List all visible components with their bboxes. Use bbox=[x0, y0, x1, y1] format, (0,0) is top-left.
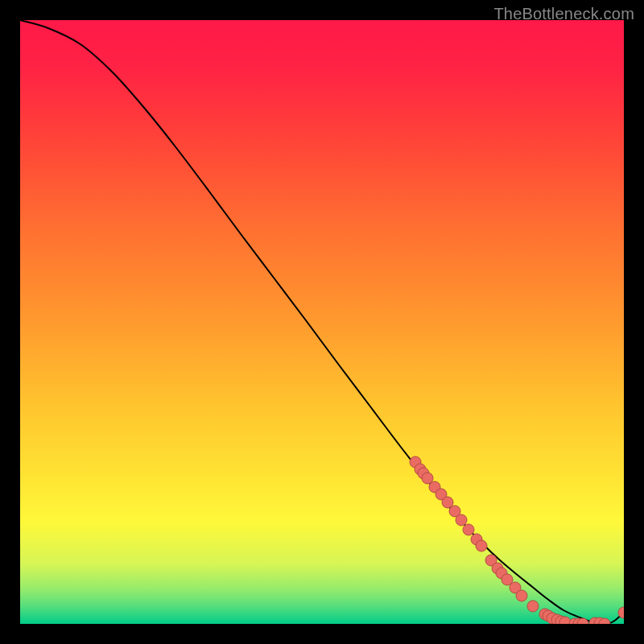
plot-background bbox=[20, 20, 624, 624]
scatter-point bbox=[456, 514, 467, 526]
scatter-point bbox=[527, 601, 539, 612]
scatter-point bbox=[599, 618, 610, 630]
chart-svg bbox=[0, 0, 644, 644]
chart-container: TheBottleneck.com bbox=[0, 0, 644, 644]
scatter-point bbox=[618, 607, 630, 618]
attribution-label: TheBottleneck.com bbox=[493, 5, 634, 23]
scatter-point bbox=[577, 618, 588, 630]
scatter-point bbox=[463, 524, 474, 535]
scatter-point bbox=[476, 540, 487, 551]
scatter-point bbox=[516, 590, 527, 601]
